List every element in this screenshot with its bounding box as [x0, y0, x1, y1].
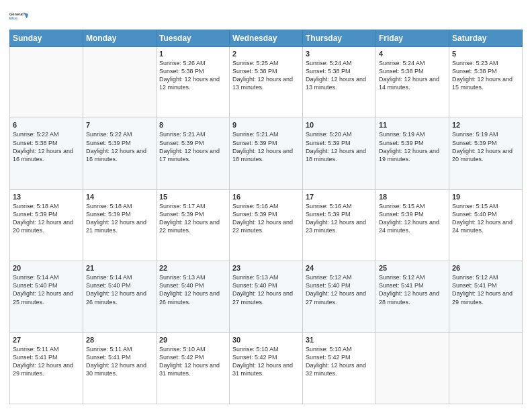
calendar-cell: 3Sunrise: 5:24 AMSunset: 5:38 PMDaylight…	[303, 47, 376, 118]
calendar-week-3: 13Sunrise: 5:18 AMSunset: 5:39 PMDayligh…	[10, 189, 523, 261]
calendar-cell: 4Sunrise: 5:24 AMSunset: 5:38 PMDaylight…	[376, 47, 449, 118]
day-info: Sunrise: 5:21 AMSunset: 5:39 PMDaylight:…	[159, 130, 226, 163]
day-number: 3	[306, 50, 373, 58]
day-info: Sunrise: 5:18 AMSunset: 5:39 PMDaylight:…	[13, 202, 80, 235]
logo-icon: GeneralBlue	[9, 7, 28, 26]
day-number: 27	[13, 336, 80, 344]
calendar-cell: 6Sunrise: 5:22 AMSunset: 5:38 PMDaylight…	[10, 118, 83, 189]
calendar-cell: 17Sunrise: 5:16 AMSunset: 5:39 PMDayligh…	[303, 189, 376, 261]
day-header-friday: Friday	[376, 30, 449, 47]
calendar-cell: 9Sunrise: 5:21 AMSunset: 5:39 PMDaylight…	[230, 118, 303, 189]
day-info: Sunrise: 5:10 AMSunset: 5:42 PMDaylight:…	[306, 345, 373, 378]
calendar-cell: 25Sunrise: 5:12 AMSunset: 5:41 PMDayligh…	[376, 261, 449, 332]
day-info: Sunrise: 5:26 AMSunset: 5:38 PMDaylight:…	[159, 59, 226, 92]
calendar-cell: 14Sunrise: 5:18 AMSunset: 5:39 PMDayligh…	[83, 189, 157, 261]
day-number: 22	[159, 264, 226, 272]
calendar-cell: 23Sunrise: 5:13 AMSunset: 5:40 PMDayligh…	[230, 261, 303, 332]
day-header-monday: Monday	[83, 30, 157, 47]
day-number: 26	[452, 264, 519, 272]
calendar-header-row: SundayMondayTuesdayWednesdayThursdayFrid…	[10, 30, 523, 47]
day-info: Sunrise: 5:15 AMSunset: 5:39 PMDaylight:…	[379, 202, 446, 235]
day-number: 7	[86, 121, 153, 129]
day-info: Sunrise: 5:14 AMSunset: 5:40 PMDaylight:…	[86, 273, 153, 306]
calendar-cell: 10Sunrise: 5:20 AMSunset: 5:39 PMDayligh…	[303, 118, 376, 189]
day-info: Sunrise: 5:22 AMSunset: 5:39 PMDaylight:…	[86, 130, 153, 163]
day-number: 4	[379, 50, 446, 58]
day-info: Sunrise: 5:24 AMSunset: 5:38 PMDaylight:…	[306, 59, 373, 92]
day-number: 24	[306, 264, 373, 272]
day-number: 11	[379, 121, 446, 129]
calendar-cell: 15Sunrise: 5:17 AMSunset: 5:39 PMDayligh…	[157, 189, 230, 261]
day-info: Sunrise: 5:21 AMSunset: 5:39 PMDaylight:…	[232, 130, 300, 163]
day-info: Sunrise: 5:20 AMSunset: 5:39 PMDaylight:…	[306, 130, 373, 163]
calendar-cell	[83, 47, 157, 118]
day-info: Sunrise: 5:14 AMSunset: 5:40 PMDaylight:…	[13, 273, 80, 306]
page-header: GeneralBlue	[9, 7, 523, 26]
calendar-cell: 18Sunrise: 5:15 AMSunset: 5:39 PMDayligh…	[376, 189, 449, 261]
calendar-cell: 31Sunrise: 5:10 AMSunset: 5:42 PMDayligh…	[303, 332, 376, 404]
calendar-cell	[10, 47, 83, 118]
calendar-cell: 12Sunrise: 5:19 AMSunset: 5:39 PMDayligh…	[449, 118, 523, 189]
day-header-sunday: Sunday	[10, 30, 83, 47]
day-number: 15	[159, 193, 226, 201]
calendar-cell: 16Sunrise: 5:16 AMSunset: 5:39 PMDayligh…	[230, 189, 303, 261]
calendar-cell: 24Sunrise: 5:12 AMSunset: 5:40 PMDayligh…	[303, 261, 376, 332]
calendar-week-2: 6Sunrise: 5:22 AMSunset: 5:38 PMDaylight…	[10, 118, 523, 189]
day-number: 23	[232, 264, 300, 272]
calendar-cell: 20Sunrise: 5:14 AMSunset: 5:40 PMDayligh…	[10, 261, 83, 332]
day-info: Sunrise: 5:17 AMSunset: 5:39 PMDaylight:…	[159, 202, 226, 235]
day-info: Sunrise: 5:16 AMSunset: 5:39 PMDaylight:…	[232, 202, 300, 235]
day-number: 20	[13, 264, 80, 272]
day-info: Sunrise: 5:22 AMSunset: 5:38 PMDaylight:…	[13, 130, 80, 163]
day-number: 8	[159, 121, 226, 129]
day-number: 21	[86, 264, 153, 272]
calendar-cell	[449, 332, 523, 404]
calendar-week-5: 27Sunrise: 5:11 AMSunset: 5:41 PMDayligh…	[10, 332, 523, 404]
day-number: 16	[232, 193, 300, 201]
day-info: Sunrise: 5:10 AMSunset: 5:42 PMDaylight:…	[159, 345, 226, 378]
day-number: 12	[452, 121, 519, 129]
calendar-cell: 2Sunrise: 5:25 AMSunset: 5:38 PMDaylight…	[230, 47, 303, 118]
day-number: 28	[86, 336, 153, 344]
day-number: 31	[306, 336, 373, 344]
day-number: 30	[232, 336, 300, 344]
day-number: 29	[159, 336, 226, 344]
day-info: Sunrise: 5:12 AMSunset: 5:40 PMDaylight:…	[306, 273, 373, 306]
calendar-cell: 28Sunrise: 5:11 AMSunset: 5:41 PMDayligh…	[83, 332, 157, 404]
calendar-cell: 22Sunrise: 5:13 AMSunset: 5:40 PMDayligh…	[157, 261, 230, 332]
day-number: 6	[13, 121, 80, 129]
day-number: 10	[306, 121, 373, 129]
day-info: Sunrise: 5:18 AMSunset: 5:39 PMDaylight:…	[86, 202, 153, 235]
day-number: 2	[232, 50, 300, 58]
day-info: Sunrise: 5:23 AMSunset: 5:38 PMDaylight:…	[452, 59, 519, 92]
svg-text:Blue: Blue	[9, 16, 17, 20]
calendar-cell: 8Sunrise: 5:21 AMSunset: 5:39 PMDaylight…	[157, 118, 230, 189]
day-info: Sunrise: 5:24 AMSunset: 5:38 PMDaylight:…	[379, 59, 446, 92]
day-info: Sunrise: 5:25 AMSunset: 5:38 PMDaylight:…	[232, 59, 300, 92]
calendar-table: SundayMondayTuesdayWednesdayThursdayFrid…	[9, 30, 523, 404]
day-header-tuesday: Tuesday	[157, 30, 230, 47]
day-info: Sunrise: 5:13 AMSunset: 5:40 PMDaylight:…	[232, 273, 300, 306]
calendar-cell: 7Sunrise: 5:22 AMSunset: 5:39 PMDaylight…	[83, 118, 157, 189]
day-info: Sunrise: 5:16 AMSunset: 5:39 PMDaylight:…	[306, 202, 373, 235]
calendar-cell	[376, 332, 449, 404]
day-header-thursday: Thursday	[303, 30, 376, 47]
day-info: Sunrise: 5:19 AMSunset: 5:39 PMDaylight:…	[379, 130, 446, 163]
calendar-cell: 27Sunrise: 5:11 AMSunset: 5:41 PMDayligh…	[10, 332, 83, 404]
calendar-cell: 21Sunrise: 5:14 AMSunset: 5:40 PMDayligh…	[83, 261, 157, 332]
calendar-cell: 29Sunrise: 5:10 AMSunset: 5:42 PMDayligh…	[157, 332, 230, 404]
day-info: Sunrise: 5:19 AMSunset: 5:39 PMDaylight:…	[452, 130, 519, 163]
day-info: Sunrise: 5:12 AMSunset: 5:41 PMDaylight:…	[452, 273, 519, 306]
day-info: Sunrise: 5:10 AMSunset: 5:42 PMDaylight:…	[232, 345, 300, 378]
calendar-week-4: 20Sunrise: 5:14 AMSunset: 5:40 PMDayligh…	[10, 261, 523, 332]
day-number: 13	[13, 193, 80, 201]
calendar-cell: 11Sunrise: 5:19 AMSunset: 5:39 PMDayligh…	[376, 118, 449, 189]
day-number: 18	[379, 193, 446, 201]
calendar-cell: 5Sunrise: 5:23 AMSunset: 5:38 PMDaylight…	[449, 47, 523, 118]
day-number: 1	[159, 50, 226, 58]
calendar-cell: 19Sunrise: 5:15 AMSunset: 5:40 PMDayligh…	[449, 189, 523, 261]
day-header-saturday: Saturday	[449, 30, 523, 47]
day-number: 9	[232, 121, 300, 129]
day-info: Sunrise: 5:15 AMSunset: 5:40 PMDaylight:…	[452, 202, 519, 235]
calendar-cell: 1Sunrise: 5:26 AMSunset: 5:38 PMDaylight…	[157, 47, 230, 118]
